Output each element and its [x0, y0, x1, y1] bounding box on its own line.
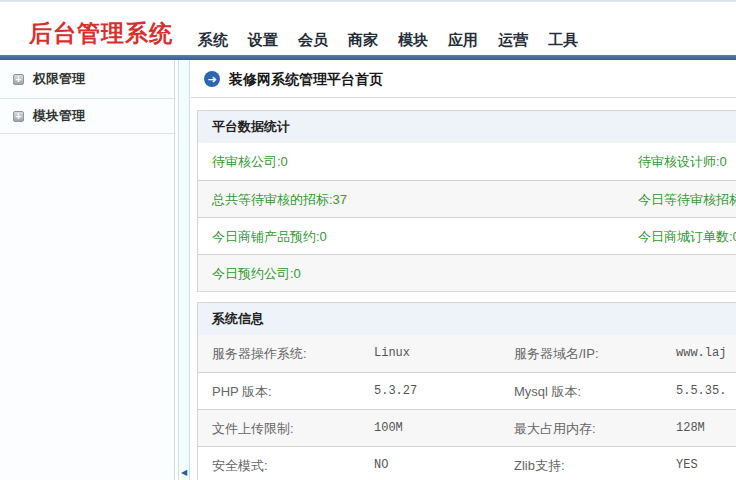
stat-today-product-bookings[interactable]: 今日商铺产品预约:0 — [212, 218, 327, 255]
sys-value-upload-limit: 100M — [374, 410, 403, 447]
stats-panel-header: 平台数据统计 — [198, 111, 736, 143]
admin-app-window: 后台管理系统 系统 设置 会员 商家 模块 应用 运营 工具 + 权限管理 + … — [0, 0, 736, 480]
sidebar-item-label: 权限管理 — [33, 70, 85, 88]
page-title: 装修网系统管理平台首页 — [229, 71, 383, 89]
nav-item-members[interactable]: 会员 — [298, 31, 328, 50]
stat-today-pending-bids[interactable]: 今日等待审核招标 — [638, 181, 736, 218]
sidebar-item-modules[interactable]: + 模块管理 — [0, 99, 174, 134]
sidebar-item-label: 模块管理 — [33, 107, 85, 125]
splitter-collapse-icon[interactable]: ◀ — [181, 469, 187, 477]
page-title-row: ➜ 装修网系统管理平台首页 — [191, 60, 736, 98]
sys-label-upload-limit: 文件上传限制: — [212, 410, 294, 447]
sys-label-php: PHP 版本: — [212, 373, 272, 410]
app-logo: 后台管理系统 — [29, 18, 173, 49]
nav-item-modules[interactable]: 模块 — [398, 31, 428, 50]
sys-label-zlib: Zlib支持: — [514, 447, 565, 480]
stat-total-pending-bids[interactable]: 总共等待审核的招标:37 — [212, 181, 347, 218]
nav-item-settings[interactable]: 设置 — [248, 31, 278, 50]
nav-item-apps[interactable]: 应用 — [448, 31, 478, 50]
stat-pending-companies[interactable]: 待审核公司:0 — [212, 143, 288, 180]
expand-plus-icon: + — [13, 111, 24, 122]
stat-row: 今日商铺产品预约:0 今日商城订单数:0 — [198, 217, 736, 254]
sys-value-safe-mode: NO — [374, 447, 388, 480]
sys-value-domain: www.laj — [676, 335, 726, 372]
sys-value-os: Linux — [374, 335, 410, 372]
sys-value-max-memory: 128M — [676, 410, 705, 447]
app-header: 后台管理系统 系统 设置 会员 商家 模块 应用 运营 工具 — [0, 2, 736, 55]
main-nav: 系统 设置 会员 商家 模块 应用 运营 工具 — [198, 31, 578, 50]
stat-pending-designers[interactable]: 待审核设计师:0 — [638, 143, 727, 180]
sys-row: 服务器操作系统: Linux 服务器域名/IP: www.laj — [198, 335, 736, 372]
stat-today-mall-orders[interactable]: 今日商城订单数:0 — [638, 218, 736, 255]
sys-value-zlib: YES — [676, 447, 698, 480]
stats-panel: 平台数据统计 待审核公司:0 待审核设计师:0 总共等待审核的招标:37 今日等… — [197, 110, 736, 292]
arrow-circle-icon: ➜ — [204, 71, 220, 87]
sys-label-mysql: Mysql 版本: — [514, 373, 581, 410]
sys-row: 安全模式: NO Zlib支持: YES — [198, 446, 736, 480]
sidebar: + 权限管理 + 模块管理 — [0, 60, 175, 480]
sidebar-item-permissions[interactable]: + 权限管理 — [0, 60, 174, 99]
sys-label-max-memory: 最大占用内存: — [514, 410, 596, 447]
sys-value-php: 5.3.27 — [374, 373, 417, 410]
system-panel: 系统信息 服务器操作系统: Linux 服务器域名/IP: www.laj PH… — [197, 302, 736, 480]
sys-value-mysql: 5.5.35. — [676, 373, 726, 410]
main-content: ➜ 装修网系统管理平台首页 平台数据统计 待审核公司:0 待审核设计师:0 总共… — [191, 60, 736, 480]
nav-item-system[interactable]: 系统 — [198, 31, 228, 50]
stat-today-booked-companies[interactable]: 今日预约公司:0 — [212, 255, 301, 292]
expand-plus-icon: + — [13, 74, 24, 85]
nav-item-tools[interactable]: 工具 — [548, 31, 578, 50]
nav-item-merchants[interactable]: 商家 — [348, 31, 378, 50]
sys-row: 文件上传限制: 100M 最大占用内存: 128M — [198, 409, 736, 446]
sys-label-safe-mode: 安全模式: — [212, 447, 268, 480]
sys-label-domain: 服务器域名/IP: — [514, 335, 599, 372]
nav-item-operations[interactable]: 运营 — [498, 31, 528, 50]
stat-row: 总共等待审核的招标:37 今日等待审核招标 — [198, 180, 736, 217]
stat-row: 今日预约公司:0 — [198, 254, 736, 291]
frame-splitter[interactable]: ◀ — [178, 60, 190, 480]
sys-row: PHP 版本: 5.3.27 Mysql 版本: 5.5.35. — [198, 372, 736, 409]
sys-label-os: 服务器操作系统: — [212, 335, 307, 372]
stat-row: 待审核公司:0 待审核设计师:0 — [198, 143, 736, 180]
system-panel-header: 系统信息 — [198, 303, 736, 335]
